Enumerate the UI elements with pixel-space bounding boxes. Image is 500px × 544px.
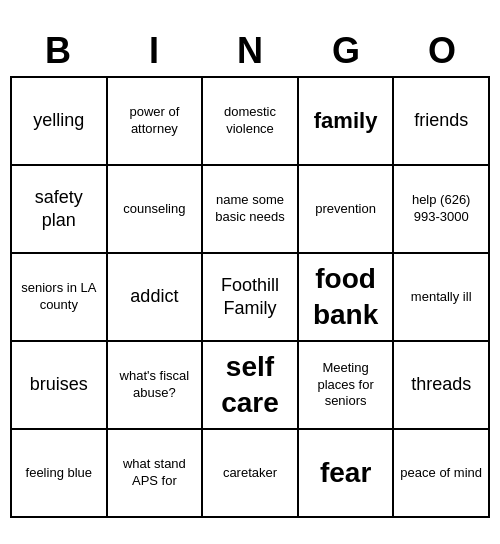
table-row[interactable]: bruises bbox=[12, 342, 108, 430]
table-row[interactable]: caretaker bbox=[203, 430, 299, 518]
table-row[interactable]: peace of mind bbox=[394, 430, 490, 518]
table-row[interactable]: help (626) 993-3000 bbox=[394, 166, 490, 254]
table-row[interactable]: family bbox=[299, 78, 395, 166]
header-i: I bbox=[106, 26, 202, 76]
table-row[interactable]: seniors in LA county bbox=[12, 254, 108, 342]
bingo-header: B I N G O bbox=[10, 26, 490, 76]
table-row[interactable]: safety plan bbox=[12, 166, 108, 254]
table-row[interactable]: mentally ill bbox=[394, 254, 490, 342]
header-g: G bbox=[298, 26, 394, 76]
table-row[interactable]: food bank bbox=[299, 254, 395, 342]
table-row[interactable]: prevention bbox=[299, 166, 395, 254]
table-row[interactable]: name some basic needs bbox=[203, 166, 299, 254]
table-row[interactable]: Foothill Family bbox=[203, 254, 299, 342]
table-row[interactable]: feeling blue bbox=[12, 430, 108, 518]
table-row[interactable]: self care bbox=[203, 342, 299, 430]
table-row[interactable]: friends bbox=[394, 78, 490, 166]
table-row[interactable]: threads bbox=[394, 342, 490, 430]
table-row[interactable]: addict bbox=[108, 254, 204, 342]
table-row[interactable]: Meeting places for seniors bbox=[299, 342, 395, 430]
table-row[interactable]: domestic violence bbox=[203, 78, 299, 166]
table-row[interactable]: what stand APS for bbox=[108, 430, 204, 518]
table-row[interactable]: fear bbox=[299, 430, 395, 518]
bingo-grid: yellingpower of attorneydomestic violenc… bbox=[10, 76, 490, 518]
table-row[interactable]: counseling bbox=[108, 166, 204, 254]
header-b: B bbox=[10, 26, 106, 76]
bingo-card: B I N G O yellingpower of attorneydomest… bbox=[10, 26, 490, 518]
header-o: O bbox=[394, 26, 490, 76]
table-row[interactable]: what's fiscal abuse? bbox=[108, 342, 204, 430]
header-n: N bbox=[202, 26, 298, 76]
table-row[interactable]: yelling bbox=[12, 78, 108, 166]
table-row[interactable]: power of attorney bbox=[108, 78, 204, 166]
